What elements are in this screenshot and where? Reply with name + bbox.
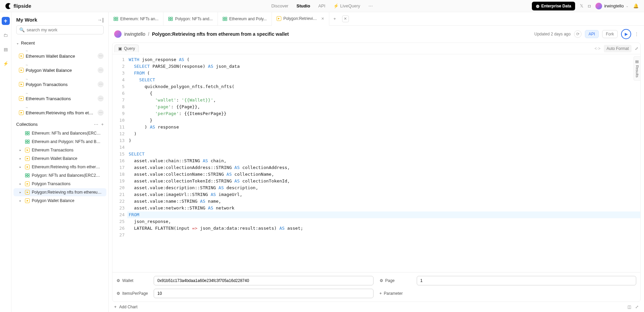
item-menu-icon[interactable]: ⋯: [98, 95, 104, 102]
recent-item[interactable]: ~Ethereum Wallet Balance⋯: [11, 47, 108, 61]
run-button[interactable]: ▶: [621, 29, 631, 39]
collapse-sidebar-icon[interactable]: →|: [97, 17, 104, 23]
code-line[interactable]: asset.value:chain::STRING AS chain,: [127, 158, 640, 164]
code-line[interactable]: 'page': {{Page}},: [127, 104, 640, 110]
recent-item[interactable]: ~Polygon Transactions⋯: [11, 75, 108, 89]
item-menu-icon[interactable]: ⋯: [98, 67, 104, 73]
code-line[interactable]: SELECT PARSE_JSON(response) AS json_data: [127, 63, 640, 70]
collection-item[interactable]: ▸Ethereum:Retrieving nfts from ethereum.…: [14, 163, 106, 171]
search-input[interactable]: [27, 27, 101, 32]
svg-rect-23: [225, 19, 227, 20]
file-tab[interactable]: Polygon: NFTs and...: [163, 12, 217, 25]
file-tab[interactable]: Polygon:Retrieving...✕: [272, 12, 329, 26]
fork-button[interactable]: Fork: [602, 30, 618, 38]
discord-icon[interactable]: ◘: [588, 3, 591, 8]
collection-item[interactable]: Ethereum and Polygon: NFTs and Balanc...: [14, 138, 106, 146]
code-line[interactable]: FROM: [127, 211, 640, 218]
code-line[interactable]: [127, 144, 640, 151]
layout-icon[interactable]: ◫: [627, 305, 631, 309]
code-line[interactable]: SELECT: [127, 77, 640, 83]
code-line[interactable]: }: [127, 117, 640, 124]
recent-section[interactable]: ⌄ Recent: [11, 38, 108, 47]
query-tab[interactable]: ▣ Query: [114, 45, 139, 52]
more-icon[interactable]: ⋮: [635, 32, 639, 36]
twitter-icon[interactable]: 𝕏: [580, 3, 583, 8]
history-icon[interactable]: ⟳: [574, 30, 582, 38]
collections-add-icon[interactable]: +: [101, 122, 104, 127]
code-line[interactable]: asset.value:collectionTokenId::STRING AS…: [127, 178, 640, 185]
collections-more-icon[interactable]: ⋯: [94, 122, 98, 127]
param-wallet-input[interactable]: [154, 276, 373, 285]
nav-api[interactable]: API: [318, 3, 325, 8]
code-line[interactable]: FROM (: [127, 70, 640, 77]
code-line[interactable]: SELECT: [127, 151, 640, 158]
code-line[interactable]: {: [127, 90, 640, 97]
recent-item[interactable]: ~Ethereum:Retrieving nfts from ethereum …: [11, 104, 108, 118]
results-tab[interactable]: ▤ Results: [634, 56, 641, 81]
param-ipp-input[interactable]: [154, 289, 373, 298]
code-line[interactable]: asset.value:collectionName::STRING AS co…: [127, 171, 640, 178]
query-file-icon: [19, 82, 24, 87]
code-line[interactable]: ): [127, 131, 640, 137]
expand-full-icon[interactable]: ⤢: [635, 305, 639, 309]
search-icon: 🔍: [19, 27, 25, 32]
collection-item[interactable]: ▸Polygon Transactions: [14, 180, 106, 188]
nav-studio[interactable]: Studio: [297, 3, 310, 8]
code-line[interactable]: asset.value:description::STRING AS descr…: [127, 185, 640, 191]
folder-icon[interactable]: 🗀: [2, 31, 10, 39]
new-button[interactable]: +: [2, 17, 10, 25]
close-icon[interactable]: ✕: [321, 17, 324, 21]
collection-item[interactable]: Ethereum: NFTs and Balances(ERC20) fr...: [14, 129, 106, 137]
code-line[interactable]: asset.value:collectionAddress::STRING AS…: [127, 164, 640, 171]
code-line[interactable]: asset.value:name::STRING AS name,: [127, 198, 640, 205]
code-line[interactable]: asset.value:network::STRING AS network: [127, 205, 640, 211]
item-menu-icon[interactable]: ⋯: [98, 53, 104, 59]
user-menu[interactable]: irwingtello ⌄: [595, 3, 628, 9]
bolt-rail-icon[interactable]: ⚡: [2, 59, 10, 67]
line-number: 18: [112, 171, 125, 178]
code-line[interactable]: ): [127, 137, 640, 144]
add-parameter-button[interactable]: + Parameter: [380, 289, 637, 298]
database-icon[interactable]: ▤: [2, 45, 10, 53]
code-line[interactable]: LATERAL FLATTEN(input => json_data:data:…: [127, 225, 640, 232]
item-menu-icon[interactable]: ⋯: [98, 81, 104, 87]
code-line[interactable]: WITH json_response AS (: [127, 56, 640, 63]
code-line[interactable]: [127, 232, 640, 238]
code-line[interactable]: quicknode_polygon_nfts.fetch_nfts(: [127, 83, 640, 90]
param-page-input[interactable]: [417, 276, 637, 285]
api-button[interactable]: API: [585, 30, 599, 38]
collection-item[interactable]: ▸Ethereum Transactions: [14, 146, 106, 154]
line-number: 26: [112, 225, 125, 232]
nav-livequery[interactable]: ⚡LiveQuery: [333, 3, 360, 8]
line-number: 25: [112, 218, 125, 225]
auto-format-button[interactable]: Auto Format: [604, 45, 632, 52]
code-line[interactable]: 'perPage': {{ItemsPerPage}}: [127, 110, 640, 117]
svg-rect-15: [116, 19, 118, 20]
item-menu-icon[interactable]: ⋯: [98, 110, 104, 116]
enterprise-data-button[interactable]: ◍ Enterprise Data: [532, 2, 575, 10]
code-line[interactable]: asset.value:imageUrl::STRING AS imageUrl…: [127, 191, 640, 198]
line-number: 3: [112, 70, 125, 77]
recent-item[interactable]: ~Polygon Wallet Balance⋯: [11, 61, 108, 75]
collection-item[interactable]: ▸Polygon:Retrieving nfts from ethereum f…: [14, 188, 106, 196]
collection-item[interactable]: ▸Ethereum Wallet Balance: [14, 154, 106, 163]
code-line[interactable]: 'wallet': '{{Wallet}}',: [127, 97, 640, 104]
code-line[interactable]: ) AS response: [127, 124, 640, 131]
nav-discover[interactable]: Discover: [271, 3, 288, 8]
line-number: 15: [112, 151, 125, 158]
file-tab[interactable]: Ethereum: NFTs an...: [109, 12, 163, 25]
new-tab-button[interactable]: +: [329, 12, 340, 25]
close-all-tabs-button[interactable]: ✕: [342, 16, 349, 22]
file-tab[interactable]: Ethereum and Poly...: [218, 12, 272, 25]
logo-text: flipside: [14, 3, 31, 9]
expand-icon[interactable]: ⤢: [635, 46, 638, 51]
code-line[interactable]: json_response,: [127, 218, 640, 225]
nav-more-icon[interactable]: ⋯: [368, 3, 373, 8]
code-brackets-icon[interactable]: <·>: [595, 46, 600, 51]
logo[interactable]: flipside: [5, 3, 31, 9]
collection-item[interactable]: Polygon: NFTs and Balances(ERC20) fro...: [14, 171, 106, 179]
add-chart-button[interactable]: Add Chart: [119, 305, 137, 309]
recent-item[interactable]: ~Ethereum Transactions⋯: [11, 89, 108, 104]
bell-icon[interactable]: 🔔: [633, 3, 639, 8]
collection-item[interactable]: ▸Polygon Wallet Balance: [14, 197, 106, 205]
